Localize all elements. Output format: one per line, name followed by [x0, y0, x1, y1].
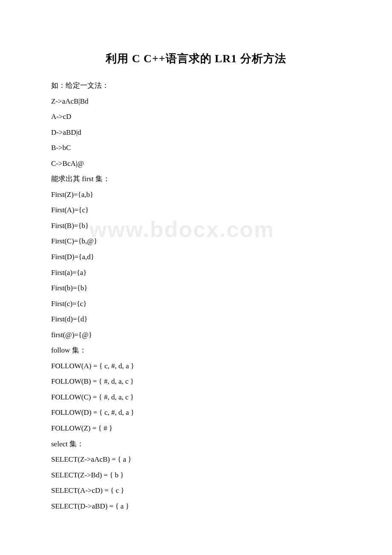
content-line: 能求出其 first 集： — [51, 171, 341, 187]
content-line: A->cD — [51, 109, 341, 125]
content-line: first(@)={@} — [51, 327, 341, 343]
content-line: SELECT(Z->aAcB) = { a } — [51, 452, 341, 468]
content-line: follow 集： — [51, 343, 341, 358]
content-line: First(C)={b,@} — [51, 234, 341, 249]
content-line: FOLLOW(A) = { c, #, d, a } — [51, 358, 341, 374]
content-line: First(b)={b} — [51, 280, 341, 296]
content-line: First(Z)={a,b} — [51, 187, 341, 203]
content-line: D->aBD|d — [51, 125, 341, 141]
content-line: select 集： — [51, 436, 341, 452]
content-line: First(c)={c} — [51, 296, 341, 312]
content-line: First(D)={a,d} — [51, 249, 341, 265]
content-line: 如：给定一文法： — [51, 78, 341, 94]
content-line: B->bC — [51, 140, 341, 156]
content-line: FOLLOW(C) = { #, d, a, c } — [51, 390, 341, 405]
content-line: SELECT(Z->Bd) = { b } — [51, 468, 341, 483]
content-line: C->BcA|@ — [51, 156, 341, 172]
content-line: FOLLOW(B) = { #, d, a, c } — [51, 374, 341, 390]
content-line: Z->aAcB|Bd — [51, 94, 341, 110]
content-line: FOLLOW(Z) = { # } — [51, 421, 341, 436]
content-line: First(A)={c} — [51, 202, 341, 218]
content-line: First(B)={b} — [51, 218, 341, 234]
content-line: SELECT(D->aBD) = { a } — [51, 499, 341, 515]
content-line: First(a)={a} — [51, 265, 341, 281]
content-line: First(d)={d} — [51, 312, 341, 327]
content-line: FOLLOW(D) = { c, #, d, a } — [51, 405, 341, 421]
content-line: SELECT(A->cD) = { c } — [51, 483, 341, 499]
document-page: www.bdocx.com 利用 C C++语言求的 LR1 分析方法 如：给定… — [0, 0, 392, 540]
document-title: 利用 C C++语言求的 LR1 分析方法 — [51, 51, 341, 66]
